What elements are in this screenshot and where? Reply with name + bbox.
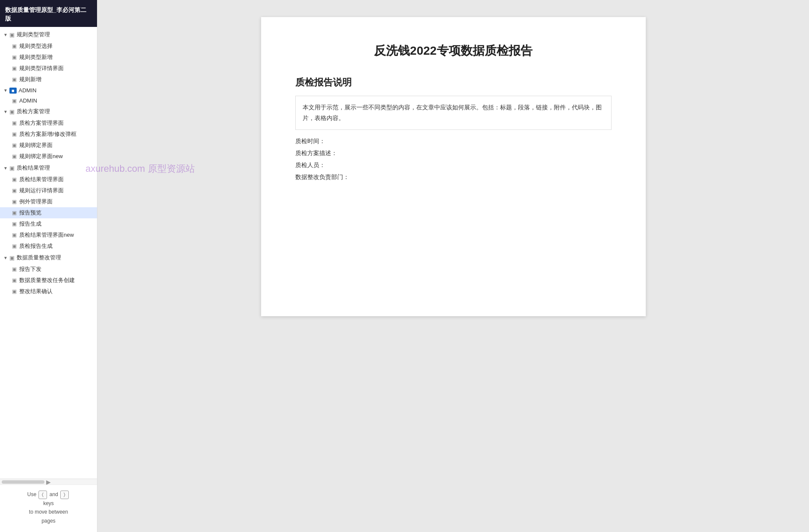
page-icon: ▣: [12, 176, 17, 182]
item-label: 报告预览: [19, 209, 41, 217]
tree-group-header-qc-result[interactable]: ▼ ▣ 质检结果管理: [0, 162, 97, 174]
tree-children-rule-type: ▣ 规则类型选择 ▣ 规则类型新增 ▣ 规则类型详情界面 ▣ 规则新增: [0, 41, 97, 85]
tree-item[interactable]: ▣ 规则绑定界面new: [0, 151, 97, 162]
caret-icon: ▼: [3, 109, 8, 114]
item-label: 报告下发: [19, 265, 41, 273]
horizontal-scrollbar[interactable]: [2, 480, 44, 484]
group-label: 质检方案管理: [17, 108, 50, 115]
page-icon: ▣: [12, 277, 17, 283]
footer-line3: to move between: [0, 508, 97, 516]
tree-group-admin: ▼ ■ ADMIN ▣ ADMIN: [0, 85, 97, 106]
page-icon: ▣: [12, 266, 17, 272]
page-icon: ▣: [12, 43, 17, 49]
folder-icon: ▣: [9, 32, 15, 38]
footer-line1: Use 〈 and 〉: [0, 490, 97, 499]
tree-group-rule-type: ▼ ▣ 规则类型管理 ▣ 规则类型选择 ▣ 规则类型新增 ▣ 规则类型详情界面 …: [0, 29, 97, 85]
page-icon: ▣: [12, 120, 17, 126]
item-label: 质检方案新增/修改弹框: [19, 130, 76, 138]
folder-icon: ▣: [9, 165, 15, 171]
tree-group-qc-plan: ▼ ▣ 质检方案管理 ▣ 质检方案管理界面 ▣ 质检方案新增/修改弹框 ▣ 规则…: [0, 106, 97, 162]
group-label: 规则类型管理: [17, 31, 50, 38]
page-icon: ▣: [12, 210, 17, 216]
tree-item[interactable]: ▣ 报告生成: [0, 218, 97, 229]
report-panel: 反洗钱2022专项数据质检报告 质检报告说明 本文用于示范，展示一些不同类型的内…: [261, 17, 646, 316]
page-icon: ▣: [12, 76, 17, 82]
page-icon: ▣: [12, 199, 17, 205]
tree-group-header-data-fix[interactable]: ▼ ▣ 数据质量整改管理: [0, 252, 97, 264]
report-title: 反洗钱2022专项数据质检报告: [295, 43, 612, 59]
group-label: 数据质量整改管理: [17, 254, 61, 262]
tree-item[interactable]: ▣ 质检结果管理界面: [0, 174, 97, 185]
tree-group-qc-result: ▼ ▣ 质检结果管理 ▣ 质检结果管理界面 ▣ 规则运行详情界面 ▣ 例外管理界…: [0, 162, 97, 252]
tree-children-qc-plan: ▣ 质检方案管理界面 ▣ 质检方案新增/修改弹框 ▣ 规则绑定界面 ▣ 规则绑定…: [0, 118, 97, 162]
item-label: 质检报告生成: [19, 242, 53, 250]
item-label: 规则绑定界面: [19, 141, 53, 149]
folder-icon: ▣: [9, 109, 15, 115]
page-icon: ▣: [12, 142, 17, 148]
caret-icon: ▼: [3, 166, 8, 170]
left-key-icon[interactable]: 〈: [38, 491, 47, 499]
right-key-icon[interactable]: 〉: [60, 491, 69, 499]
item-label: 规则绑定界面new: [19, 153, 63, 160]
page-icon: ▣: [12, 288, 17, 294]
admin-folder-icon: ■: [9, 88, 17, 94]
sidebar-footer: Use 〈 and 〉 keys to move between pages: [0, 485, 97, 532]
tree-group-data-fix: ▼ ▣ 数据质量整改管理 ▣ 报告下发 ▣ 数据质量整改任务创建 ▣ 整改结果确…: [0, 252, 97, 297]
page-icon: ▣: [12, 54, 17, 60]
page-icon: ▣: [12, 98, 17, 104]
footer-line2: keys: [0, 499, 97, 508]
tree-children-admin: ▣ ADMIN: [0, 96, 97, 106]
tree-item[interactable]: ▣ 规则类型新增: [0, 52, 97, 63]
tree-group-header-rule-type[interactable]: ▼ ▣ 规则类型管理: [0, 29, 97, 41]
section-title: 质检报告说明: [295, 76, 612, 89]
field-dept: 数据整改负责部门：: [295, 173, 612, 181]
item-label: 规则运行详情界面: [19, 187, 64, 194]
tree-item[interactable]: ▣ 规则运行详情界面: [0, 185, 97, 196]
caret-icon: ▼: [3, 88, 8, 93]
page-icon: ▣: [12, 153, 17, 159]
tree-group-header-qc-plan[interactable]: ▼ ▣ 质检方案管理: [0, 106, 97, 118]
tree-admin-header[interactable]: ▼ ■ ADMIN: [0, 85, 97, 96]
sidebar-header: 数据质量管理原型_李必河第二版: [0, 0, 97, 27]
tree-item[interactable]: ▣ 规则新增: [0, 74, 97, 85]
tree-item[interactable]: ▣ 报告下发: [0, 264, 97, 275]
sidebar-hscroll[interactable]: ▶: [0, 479, 97, 485]
tree-item[interactable]: ▣ 质检结果管理界面new: [0, 229, 97, 241]
tree-item[interactable]: ▣ 报告预览: [0, 207, 97, 218]
footer-and-text: and: [50, 491, 58, 497]
page-icon: ▣: [12, 232, 17, 238]
page-icon: ▣: [12, 131, 17, 137]
item-label: 报告生成: [19, 220, 41, 228]
page-icon: ▣: [12, 65, 17, 71]
page-icon: ▣: [12, 243, 17, 249]
field-person: 质检人员：: [295, 162, 612, 169]
tree-item[interactable]: ▣ 质检报告生成: [0, 241, 97, 252]
footer-use-text: Use: [27, 491, 36, 497]
sidebar: 数据质量管理原型_李必河第二版 ▼ ▣ 规则类型管理 ▣ 规则类型选择 ▣ 规则…: [0, 0, 97, 532]
page-icon: ▣: [12, 221, 17, 227]
caret-icon: ▼: [3, 256, 8, 260]
tree-item[interactable]: ▣ 例外管理界面: [0, 196, 97, 207]
item-label: 规则类型新增: [19, 53, 53, 61]
field-time: 质检时间：: [295, 138, 612, 145]
footer-line4: pages: [0, 517, 97, 525]
folder-icon: ▣: [9, 255, 15, 261]
tree-item[interactable]: ▣ ADMIN: [0, 96, 97, 106]
sidebar-tree[interactable]: ▼ ▣ 规则类型管理 ▣ 规则类型选择 ▣ 规则类型新增 ▣ 规则类型详情界面 …: [0, 27, 97, 479]
tree-item[interactable]: ▣ 数据质量整改任务创建: [0, 275, 97, 286]
tree-item[interactable]: ▣ 质检方案管理界面: [0, 118, 97, 129]
tree-item[interactable]: ▣ 质检方案新增/修改弹框: [0, 129, 97, 140]
caret-icon: ▼: [3, 32, 8, 37]
tree-item[interactable]: ▣ 规则类型详情界面: [0, 63, 97, 74]
tree-item[interactable]: ▣ 整改结果确认: [0, 286, 97, 297]
item-label: 规则类型选择: [19, 42, 53, 50]
tree-item[interactable]: ▣ 规则类型选择: [0, 41, 97, 52]
tree-children-qc-result: ▣ 质检结果管理界面 ▣ 规则运行详情界面 ▣ 例外管理界面 ▣ 报告预览 ▣ …: [0, 174, 97, 252]
tree-children-data-fix: ▣ 报告下发 ▣ 数据质量整改任务创建 ▣ 整改结果确认: [0, 264, 97, 297]
tree-item[interactable]: ▣ 规则绑定界面: [0, 140, 97, 151]
page-icon: ▣: [12, 188, 17, 194]
item-label: 例外管理界面: [19, 198, 53, 206]
item-label: 规则新增: [19, 76, 41, 83]
group-label: 质检结果管理: [17, 164, 50, 172]
item-label: 规则类型详情界面: [19, 65, 64, 72]
